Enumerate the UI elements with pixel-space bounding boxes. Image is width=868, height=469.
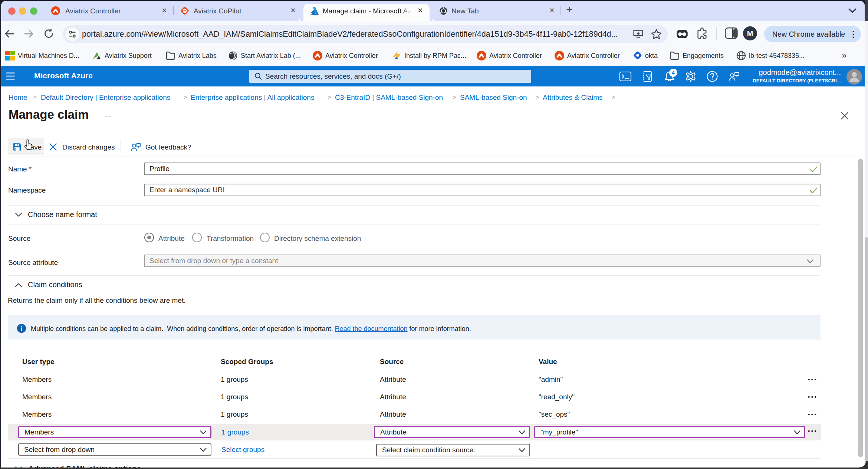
svg-text:M: M (747, 29, 753, 37)
